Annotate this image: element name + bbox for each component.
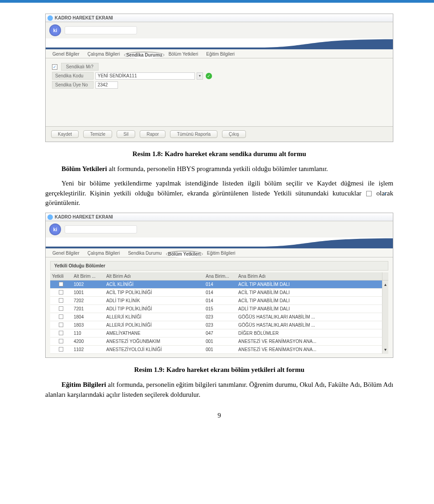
paragraph-2: Yeni bir bölüme yetkilendirme yapılmak i… bbox=[45, 179, 393, 208]
tab-sendika-durumu[interactable]: Sendika Durumu bbox=[124, 52, 164, 58]
sendika-kodu-input[interactable]: YENİ SENDİKA111 bbox=[95, 72, 195, 80]
window-title: KADRO HAREKET EKRANI bbox=[55, 15, 113, 20]
row-ana-kod[interactable]: 001 bbox=[204, 338, 236, 346]
row-checkbox[interactable] bbox=[50, 313, 72, 321]
row-ana-kod[interactable]: 023 bbox=[204, 321, 236, 329]
tabs-row: Genel Bilgiler Çalışma Bilgileri Sendika… bbox=[46, 49, 393, 58]
row-alt-ad[interactable]: ANESTEZİ YOĞUNBAKIM bbox=[104, 338, 204, 346]
window-header: ki bbox=[46, 22, 393, 38]
row-alt-ad[interactable]: ACİL TIP POLİKLİNİĞİ bbox=[104, 289, 204, 297]
row-ana-ad[interactable]: ACİL TIP ANABİLİM DALI bbox=[236, 297, 382, 305]
scrollbar-track[interactable]: ▴ bbox=[382, 281, 388, 289]
window-title: KADRO HAREKET EKRANI bbox=[55, 214, 113, 219]
tab-sendika-durumu[interactable]: Sendika Durumu bbox=[124, 249, 165, 257]
screenshot-bolum-yetkileri: KADRO HAREKET EKRANI ki Genel Bilgiler Ç… bbox=[45, 213, 393, 358]
row-alt-ad[interactable]: ALLERJİ POLİKLİNİĞİ bbox=[104, 321, 204, 329]
row-ana-ad[interactable]: ACİL TIP ANABİLİM DALI bbox=[236, 281, 382, 289]
sendikali-checkbox[interactable]: ✓ bbox=[52, 64, 57, 70]
sendika-kodu-dropdown-icon[interactable]: ▾ bbox=[197, 72, 203, 80]
col-alt-birim-adi[interactable]: Alt Birim Adı bbox=[104, 272, 204, 281]
tab-calisma-bilgileri[interactable]: Çalışma Bilgileri bbox=[83, 249, 124, 257]
tab-genel-bilgiler[interactable]: Genel Bilgiler bbox=[48, 50, 83, 58]
row-ana-ad[interactable]: ADLİ TIP ANABİLİM DALI bbox=[236, 305, 382, 313]
document-page: KADRO HAREKET EKRANI ki Genel Bilgiler Ç… bbox=[0, 3, 434, 433]
tab-calisma-bilgileri[interactable]: Çalışma Bilgileri bbox=[83, 50, 124, 58]
row-ana-ad[interactable]: ACİL TIP ANABİLİM DALI bbox=[236, 289, 382, 297]
sendika-form-panel: ✓ Sendikalı Mı? Sendika Kodu YENİ SENDİK… bbox=[46, 58, 393, 126]
row-checkbox[interactable] bbox=[50, 281, 72, 289]
row-ana-kod[interactable]: 014 bbox=[204, 297, 236, 305]
row-alt-ad[interactable]: ALLERJİ KLİNİĞİ bbox=[104, 313, 204, 321]
sil-button[interactable]: Sil bbox=[117, 130, 135, 138]
row-ana-ad[interactable]: GÖĞÜS HASTALIKLARI ANABİLİM ... bbox=[236, 313, 382, 321]
window-header-2: ki bbox=[46, 221, 393, 238]
row-alt-kod[interactable]: 7202 bbox=[72, 297, 104, 305]
row-checkbox[interactable] bbox=[50, 346, 72, 354]
row-alt-ad[interactable]: ADLİ TIP KLİNİK bbox=[104, 297, 204, 305]
row-checkbox[interactable] bbox=[50, 329, 72, 338]
row-alt-kod[interactable]: 110 bbox=[72, 329, 104, 338]
window-title-bar: KADRO HAREKET EKRANI bbox=[46, 14, 393, 22]
yetkili-grid: Yetkili Alt Birim ... Alt Birim Adı Ana … bbox=[50, 272, 388, 354]
tab-egitim-bilgileri[interactable]: Eğitim Bilgileri bbox=[203, 249, 240, 257]
yetkili-grid-panel: Yetkili Olduğu Bölümler Yetkili Alt Biri… bbox=[46, 257, 393, 357]
scrollbar-track bbox=[382, 329, 388, 338]
col-ana-birim-kod[interactable]: Ana Birim... bbox=[204, 272, 236, 281]
row-alt-kod[interactable]: 1001 bbox=[72, 289, 104, 297]
window-swoosh bbox=[46, 38, 393, 49]
tab-bolum-yetkileri[interactable]: Bölüm Yetkileri bbox=[165, 50, 203, 58]
col-alt-birim-kod[interactable]: Alt Birim ... bbox=[72, 272, 104, 281]
row-ana-ad[interactable]: ANESTEZİ VE REANİMASYON ANA... bbox=[236, 346, 382, 354]
paragraph-2a: Yeni bir bölüme yetkilendirme yapılmak i… bbox=[45, 180, 393, 197]
row-ana-kod[interactable]: 014 bbox=[204, 289, 236, 297]
row-ana-kod[interactable]: 015 bbox=[204, 305, 236, 313]
row-alt-ad[interactable]: ACİL KLİNİĞİ bbox=[104, 281, 204, 289]
scrollbar-track[interactable] bbox=[382, 272, 388, 281]
row-alt-kod[interactable]: 7201 bbox=[72, 305, 104, 313]
rapor-button[interactable]: Rapor bbox=[140, 130, 165, 138]
scrollbar-track: ▾ bbox=[382, 346, 388, 354]
sendika-uye-input[interactable]: 2342 bbox=[95, 81, 118, 89]
paragraph-1: Bölüm Yetkileri Bölüm Yetkileri alt form… bbox=[45, 164, 393, 174]
row-ana-kod[interactable]: 023 bbox=[204, 313, 236, 321]
avatar: ki bbox=[49, 24, 61, 36]
row-alt-ad[interactable]: AMELİYATHANE bbox=[104, 329, 204, 338]
header-pill bbox=[65, 26, 137, 34]
scrollbar-track bbox=[382, 321, 388, 329]
row-ana-kod[interactable]: 047 bbox=[204, 329, 236, 338]
screenshot-sendika-durumu: KADRO HAREKET EKRANI ki Genel Bilgiler Ç… bbox=[45, 14, 393, 142]
row-alt-kod[interactable]: 1804 bbox=[72, 313, 104, 321]
sendika-kodu-label: Sendika Kodu bbox=[52, 72, 94, 80]
row-checkbox[interactable] bbox=[50, 305, 72, 313]
cikis-button[interactable]: Çıkış bbox=[222, 130, 246, 138]
row-ana-ad[interactable]: GÖĞÜS HASTALIKLARI ANABİLİM ... bbox=[236, 321, 382, 329]
tab-genel-bilgiler[interactable]: Genel Bilgiler bbox=[48, 249, 83, 257]
row-alt-kod[interactable]: 4200 bbox=[72, 338, 104, 346]
ok-icon[interactable]: ✓ bbox=[206, 73, 212, 79]
row-alt-kod[interactable]: 1002 bbox=[72, 281, 104, 289]
col-ana-birim-adi[interactable]: Ana Birim Adı bbox=[236, 272, 382, 281]
row-ana-kod[interactable]: 001 bbox=[204, 346, 236, 354]
temizle-button[interactable]: Temizle bbox=[83, 130, 112, 138]
row-alt-kod[interactable]: 1102 bbox=[72, 346, 104, 354]
row-alt-ad[interactable]: ANESTEZİYOLOJİ KLİNİĞİ bbox=[104, 346, 204, 354]
row-checkbox[interactable] bbox=[50, 321, 72, 329]
row-checkbox[interactable] bbox=[50, 338, 72, 346]
row-ana-kod[interactable]: 014 bbox=[204, 281, 236, 289]
avatar: ki bbox=[49, 223, 61, 235]
scrollbar-track bbox=[382, 338, 388, 346]
row-checkbox[interactable] bbox=[50, 297, 72, 305]
row-alt-ad[interactable]: ADLİ TIP POLİKLİNİĞİ bbox=[104, 305, 204, 313]
scrollbar-track bbox=[382, 313, 388, 321]
tab-bolum-yetkileri[interactable]: Bölüm Yetkileri bbox=[166, 251, 203, 257]
window-swoosh-2 bbox=[46, 238, 393, 248]
col-yetkili[interactable]: Yetkili bbox=[50, 272, 72, 281]
row-ana-ad[interactable]: DİĞER BÖLÜMLER bbox=[236, 329, 382, 338]
kaydet-button[interactable]: Kaydet bbox=[51, 130, 79, 138]
tab-egitim-bilgileri[interactable]: Eğitim Bilgileri bbox=[202, 50, 239, 58]
tumunu-raporla-button[interactable]: Tümünü Raporla bbox=[170, 130, 217, 138]
row-ana-ad[interactable]: ANESTEZİ VE REANİMASYON ANA... bbox=[236, 338, 382, 346]
row-checkbox[interactable] bbox=[50, 289, 72, 297]
scrollbar-track bbox=[382, 305, 388, 313]
row-alt-kod[interactable]: 1803 bbox=[72, 321, 104, 329]
